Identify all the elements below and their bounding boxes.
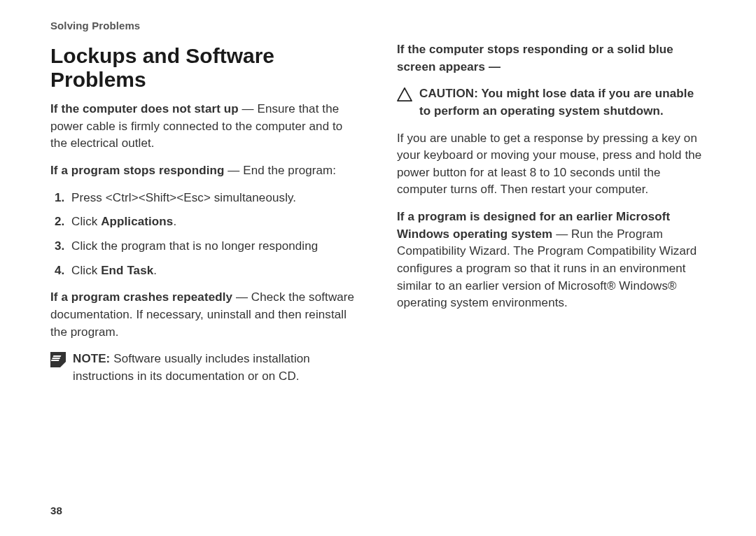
note-block: NOTE: Software usually includes installa…: [50, 351, 359, 385]
page-number: 38: [50, 505, 62, 516]
step-text: Click: [71, 215, 101, 228]
step-item: Press <Ctrl><Shift><Esc> simultaneously.: [50, 190, 359, 207]
manual-page: Solving Problems Lockups and Software Pr…: [0, 0, 756, 536]
bold-lead: If a program stops responding: [50, 164, 224, 177]
paragraph-stops-responding: If a program stops responding — End the …: [50, 162, 359, 180]
step-item: Click Applications.: [50, 213, 359, 231]
note-label: NOTE:: [73, 352, 110, 365]
svg-marker-0: [398, 88, 412, 101]
body-text: — End the program:: [224, 164, 336, 177]
step-text: Press <Ctrl><Shift><Esc> simultaneously.: [71, 191, 296, 204]
paragraph-crashes: If a program crashes repeatedly — Check …: [50, 289, 359, 341]
paragraph-compatibility: If a program is designed for an earlier …: [397, 209, 706, 312]
steps-list: Press <Ctrl><Shift><Esc> simultaneously.…: [50, 190, 359, 280]
caution-icon: [397, 87, 412, 102]
page-title: Lockups and Software Problems: [50, 44, 359, 91]
left-column: Lockups and Software Problems If the com…: [50, 41, 359, 395]
step-item: Click the program that is no longer resp…: [50, 238, 359, 255]
bold-inline: Applications: [101, 215, 173, 228]
note-text: NOTE: Software usually includes installa…: [73, 351, 359, 385]
note-icon: [50, 352, 66, 367]
step-text: .: [153, 264, 157, 277]
two-column-layout: Lockups and Software Problems If the com…: [50, 41, 706, 395]
step-text: .: [173, 215, 176, 228]
paragraph-power-hold: If you are unable to get a response by p…: [397, 130, 706, 199]
right-column: If the computer stops responding or a so…: [397, 41, 706, 395]
caution-block: CAUTION: You might lose data if you are …: [397, 85, 706, 120]
step-item: Click End Task.: [50, 262, 359, 280]
bold-inline: End Task: [101, 264, 153, 277]
paragraph-blue-screen-header: If the computer stops responding or a so…: [397, 41, 706, 76]
step-text: Click the program that is no longer resp…: [71, 239, 318, 253]
step-text: Click: [71, 264, 101, 277]
paragraph-no-start: If the computer does not start up — Ensu…: [50, 101, 359, 153]
bold-lead: If the computer does not start up: [50, 102, 239, 115]
bold-lead: If a program crashes repeatedly: [50, 290, 232, 304]
caution-text: CAUTION: You might lose data if you are …: [419, 85, 706, 120]
section-header: Solving Problems: [50, 20, 706, 31]
